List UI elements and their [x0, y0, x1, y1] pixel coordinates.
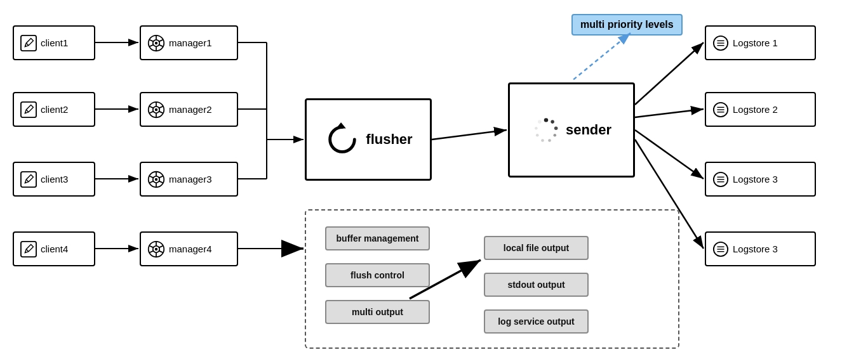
stdout-output-label: stdout output [507, 280, 564, 290]
svg-rect-2 [21, 171, 36, 186]
svg-point-45 [548, 139, 551, 142]
svg-point-48 [535, 127, 538, 130]
manager3-label: manager3 [169, 174, 212, 185]
refresh-icon [324, 121, 361, 158]
list-icon-2 [712, 101, 729, 118]
svg-point-6 [155, 41, 157, 44]
sender-label: sender [566, 122, 611, 138]
logstore4-label: Logstore 3 [733, 243, 778, 254]
multi-output-label: multi output [352, 307, 403, 317]
svg-rect-3 [21, 241, 36, 256]
pencil-icon-1 [20, 35, 37, 51]
steam-icon-3 [147, 171, 165, 188]
steam-icon-4 [147, 240, 165, 258]
logstore4-box: Logstore 3 [705, 231, 816, 266]
svg-point-41 [544, 118, 548, 122]
svg-line-84 [635, 130, 704, 179]
svg-rect-1 [21, 101, 36, 117]
priority-label: multi priority levels [571, 14, 683, 36]
client4-box: client4 [13, 231, 95, 266]
svg-point-15 [155, 108, 157, 110]
svg-marker-40 [337, 122, 346, 129]
manager2-box: manager2 [140, 92, 238, 127]
pencil-icon-2 [20, 101, 37, 118]
spinner-icon [531, 115, 561, 145]
svg-line-87 [571, 33, 631, 81]
logstore2-box: Logstore 2 [705, 92, 816, 127]
steam-icon-2 [147, 101, 165, 119]
manager2-label: manager2 [169, 104, 212, 115]
buffer-management-box: buffer management [325, 226, 430, 250]
client3-label: client3 [41, 174, 68, 185]
svg-point-49 [538, 120, 542, 124]
manager3-box: manager3 [140, 162, 238, 197]
steam-icon-1 [147, 34, 165, 52]
svg-point-24 [155, 178, 157, 180]
client2-label: client2 [41, 104, 68, 115]
svg-point-33 [155, 247, 157, 250]
svg-point-46 [541, 139, 544, 142]
manager4-box: manager4 [140, 231, 238, 266]
stdout-output-box: stdout output [484, 273, 589, 297]
diagram: multi priority levels client1 client2 cl… [0, 0, 868, 357]
pencil-icon-3 [20, 171, 37, 188]
svg-rect-0 [21, 35, 36, 50]
flusher-box: flusher [305, 98, 432, 181]
flusher-label: flusher [366, 131, 412, 148]
sender-box: sender [508, 82, 635, 178]
logstore3-box: Logstore 3 [705, 162, 816, 197]
logstore3-label: Logstore 3 [733, 174, 778, 185]
svg-point-43 [554, 126, 558, 130]
svg-point-44 [553, 134, 556, 137]
dashed-detail-box: buffer management flush control multi ou… [305, 209, 679, 349]
buffer-management-label: buffer management [337, 233, 419, 243]
svg-line-83 [635, 109, 704, 117]
svg-point-42 [551, 120, 554, 124]
client4-label: client4 [41, 243, 68, 254]
svg-line-82 [635, 42, 704, 105]
client3-box: client3 [13, 162, 95, 197]
logstore1-label: Logstore 1 [733, 37, 778, 48]
multi-output-box: multi output [325, 300, 430, 324]
manager1-label: manager1 [169, 37, 212, 48]
pencil-icon-4 [20, 241, 37, 257]
local-file-output-label: local file output [504, 243, 569, 253]
logstore1-box: Logstore 1 [705, 25, 816, 60]
flush-control-box: flush control [325, 263, 430, 287]
manager4-label: manager4 [169, 243, 212, 254]
flush-control-label: flush control [351, 270, 404, 280]
client1-box: client1 [13, 25, 95, 60]
list-icon-4 [712, 241, 729, 257]
client2-box: client2 [13, 92, 95, 127]
svg-point-47 [536, 134, 539, 137]
logstore2-label: Logstore 2 [733, 104, 778, 115]
local-file-output-box: local file output [484, 236, 589, 260]
client1-label: client1 [41, 37, 68, 48]
log-service-output-box: log service output [484, 309, 589, 334]
log-service-output-label: log service output [498, 316, 575, 327]
list-icon-1 [712, 35, 729, 51]
list-icon-3 [712, 171, 729, 188]
manager1-box: manager1 [140, 25, 238, 60]
svg-line-81 [432, 130, 507, 140]
